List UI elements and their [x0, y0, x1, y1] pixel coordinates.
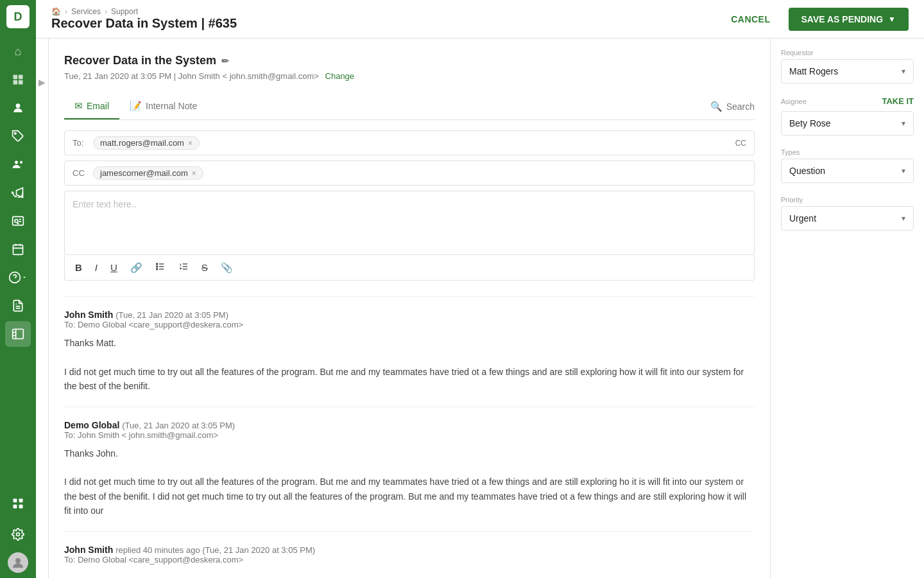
topbar-left: 🏠 › Services › Support Recover Data in S…	[51, 7, 237, 31]
edit-title-icon[interactable]: ✏	[221, 56, 229, 66]
types-value: Question	[789, 166, 825, 176]
breadcrumb-services[interactable]: Services	[71, 7, 101, 16]
underline-button[interactable]: U	[108, 261, 120, 274]
svg-rect-3	[19, 80, 23, 85]
requestor-select[interactable]: Matt Rogers ▾	[781, 59, 914, 83]
svg-point-17	[17, 533, 20, 536]
content-area: ▶ Recover Data in the System ✏ Tue, 21 J…	[36, 39, 924, 578]
message-1-meta: (Tue, 21 Jan 2020 at 3:05 PM)	[116, 310, 228, 320]
assignee-select[interactable]: Bety Rose ▾	[781, 111, 914, 136]
svg-rect-13	[13, 499, 17, 503]
message-2-to: To: John Smith < john.smith@gmail.com>	[64, 430, 755, 440]
svg-rect-16	[19, 505, 23, 509]
cc-right-label[interactable]: CC	[735, 139, 746, 148]
message-3-to: To: Demo Global <care_support@deskera.co…	[64, 555, 755, 565]
compose-body[interactable]: Enter text here..	[64, 191, 755, 255]
svg-point-18	[15, 558, 21, 563]
sidebar-toggle-icon: ▶	[38, 77, 46, 87]
requestor-label: Requestor	[781, 49, 914, 57]
nav-icon-contacts[interactable]	[5, 152, 31, 177]
email-tab-icon: ✉	[74, 100, 83, 112]
nav-icon-settings[interactable]	[5, 521, 31, 547]
ticket-change-link[interactable]: Change	[325, 71, 355, 81]
save-pending-label: SAVE AS PENDING	[801, 14, 884, 24]
types-select[interactable]: Question ▾	[781, 159, 914, 183]
link-button[interactable]: 🔗	[128, 261, 145, 275]
svg-rect-1	[19, 75, 23, 80]
attachment-button[interactable]: 📎	[218, 261, 235, 275]
message-2-sender: Demo Global (Tue, 21 Jan 2020 at 3:05 PM…	[64, 420, 755, 430]
search-icon: 🔍	[710, 101, 723, 112]
priority-field: Priority Urgent ▾	[781, 196, 914, 231]
sidebar-toggle[interactable]: ▶	[36, 39, 49, 578]
svg-rect-12	[13, 329, 24, 339]
app-logo[interactable]: D	[6, 5, 30, 28]
cancel-button[interactable]: CANCEL	[721, 9, 780, 30]
svg-point-7	[20, 161, 22, 164]
svg-rect-10	[13, 245, 23, 254]
take-it-link[interactable]: TAKE IT	[882, 96, 914, 106]
nav-icon-document[interactable]	[5, 293, 31, 319]
cc-email-tag: jamescorner@mail.com ×	[93, 166, 203, 180]
right-panel: Requestor Matt Rogers ▾ Asignee TAKE IT …	[770, 39, 924, 578]
user-avatar[interactable]	[8, 552, 28, 573]
svg-point-22	[157, 263, 158, 265]
compose-to-field[interactable]: To: matt.rogers@mail.com × CC	[64, 130, 755, 155]
message-1: John Smith (Tue, 21 Jan 2020 at 3:05 PM)…	[64, 296, 755, 407]
svg-point-23	[157, 266, 158, 267]
message-3-sender: John Smith replied 40 minutes ago (Tue, …	[64, 545, 755, 555]
compose-tabs: ✉ Email 📝 Internal Note 🔍 Search	[64, 94, 755, 120]
tab-internal-note[interactable]: 📝 Internal Note	[119, 94, 207, 119]
search-toggle[interactable]: 🔍 Search	[710, 101, 755, 112]
priority-select[interactable]: Urgent ▾	[781, 206, 914, 231]
editor-toolbar: B I U 🔗 S 📎	[64, 255, 755, 281]
nav-bottom	[5, 491, 31, 573]
cc-email-value: jamescorner@mail.com	[100, 168, 188, 178]
ticket-header: Recover Data in the System ✏ Tue, 21 Jan…	[64, 54, 755, 81]
types-label: Types	[781, 148, 914, 156]
cc-label: CC	[73, 168, 85, 178]
message-1-body: Thanks Matt. I did not get much time to …	[64, 336, 755, 394]
ticket-meta: Tue, 21 Jan 2020 at 3:05 PM | John Smith…	[64, 71, 755, 81]
breadcrumb-support[interactable]: Support	[111, 7, 138, 16]
nav-icon-grid[interactable]	[5, 491, 31, 516]
priority-label: Priority	[781, 196, 914, 204]
italic-button[interactable]: I	[92, 261, 100, 274]
message-2-body: Thanks John. I did not get much time to …	[64, 446, 755, 518]
tab-email[interactable]: ✉ Email	[64, 94, 119, 119]
svg-point-6	[15, 161, 18, 164]
nav-icon-megaphone[interactable]	[5, 180, 31, 206]
message-3: John Smith replied 40 minutes ago (Tue, …	[64, 531, 755, 578]
left-navigation: D ⌂	[0, 0, 36, 578]
nav-icon-ticket[interactable]	[5, 321, 31, 347]
message-3-sender-name: John Smith	[64, 545, 113, 555]
ticket-date-author: Tue, 21 Jan 2020 at 3:05 PM | John Smith…	[64, 71, 319, 81]
types-chevron: ▾	[902, 166, 905, 175]
ordered-list-button[interactable]	[176, 260, 191, 275]
to-email-value: matt.rogers@mail.com	[100, 138, 184, 148]
main-wrapper: 🏠 › Services › Support Recover Data in S…	[36, 0, 924, 578]
breadcrumb-home-icon[interactable]: 🏠	[51, 7, 61, 16]
bold-button[interactable]: B	[73, 261, 85, 274]
nav-icon-building[interactable]	[5, 67, 31, 92]
nav-icon-tag[interactable]	[5, 123, 31, 149]
unordered-list-button[interactable]	[153, 260, 168, 275]
search-label: Search	[726, 101, 755, 112]
strikethrough-button[interactable]: S	[199, 261, 210, 274]
nav-icon-id-card[interactable]	[5, 208, 31, 234]
breadcrumb: 🏠 › Services › Support	[51, 7, 237, 16]
cc-email-remove[interactable]: ×	[192, 169, 196, 178]
to-email-remove[interactable]: ×	[188, 139, 193, 148]
nav-icon-home[interactable]: ⌂	[5, 39, 31, 64]
requestor-value: Matt Rogers	[789, 66, 838, 76]
nav-icon-calendar[interactable]	[5, 236, 31, 262]
svg-point-24	[157, 268, 158, 270]
nav-icon-help[interactable]	[5, 265, 31, 290]
nav-icon-person[interactable]	[5, 95, 31, 121]
types-field: Types Question ▾	[781, 148, 914, 183]
compose-cc-field[interactable]: CC jamescorner@mail.com ×	[64, 161, 755, 186]
save-pending-button[interactable]: SAVE AS PENDING ▼	[789, 8, 909, 31]
message-1-sender: John Smith (Tue, 21 Jan 2020 at 3:05 PM)	[64, 310, 755, 320]
message-1-sender-name: John Smith	[64, 310, 113, 320]
assignee-value: Bety Rose	[789, 118, 831, 128]
